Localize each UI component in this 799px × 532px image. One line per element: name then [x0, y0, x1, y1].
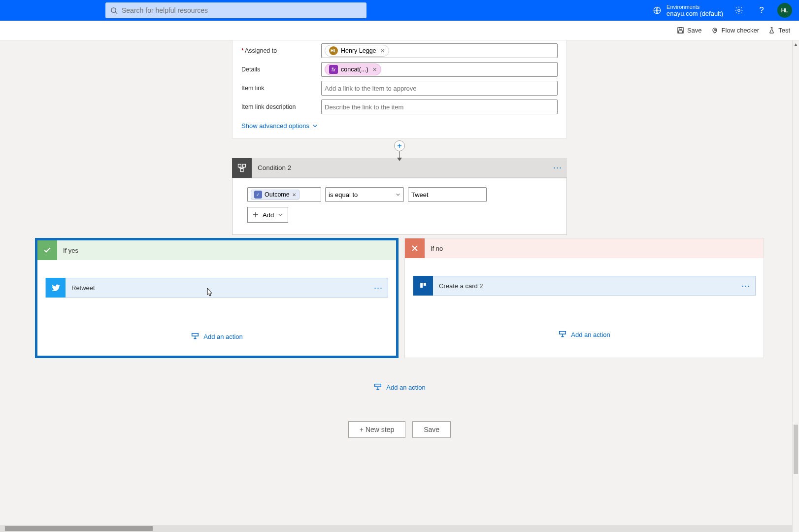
condition-icon	[232, 158, 252, 178]
fx-icon: fx	[329, 65, 338, 74]
user-token[interactable]: HL Henry Legge ✕	[325, 45, 389, 57]
svg-rect-8	[238, 164, 241, 167]
add-action-no[interactable]: Add an action	[405, 330, 764, 339]
condition-field[interactable]: ✓ Outcome ✕	[247, 187, 321, 202]
environments-label: Environments	[666, 4, 723, 10]
approval-card: Assigned to HL Henry Legge ✕ Details fx …	[232, 40, 567, 138]
show-advanced-link[interactable]: Show advanced options	[241, 122, 318, 130]
item-link-input[interactable]	[325, 85, 554, 92]
item-link-desc-input[interactable]	[325, 103, 554, 111]
trello-action[interactable]: Create a card 2 ···	[413, 276, 756, 296]
condition-rule: ✓ Outcome ✕ is equal to Tweet	[247, 187, 552, 202]
chevron-down-icon	[396, 192, 400, 197]
item-link-label: Item link	[241, 85, 315, 92]
svg-point-0	[111, 7, 116, 12]
svg-line-1	[115, 12, 117, 14]
question-icon: ?	[759, 5, 764, 15]
add-action-icon	[558, 330, 567, 339]
svg-rect-9	[243, 164, 246, 167]
assigned-to-field[interactable]: HL Henry Legge ✕	[321, 43, 558, 58]
add-row-label: Add	[263, 211, 274, 219]
add-action-bottom[interactable]: Add an action	[0, 383, 799, 392]
svg-point-7	[714, 29, 715, 31]
trello-action-title: Create a card 2	[439, 282, 483, 290]
condition-value-text: Tweet	[411, 191, 429, 199]
item-link-desc-label: Item link description	[241, 103, 315, 110]
add-action-yes-label: Add an action	[203, 333, 243, 340]
environment-icon	[653, 6, 662, 15]
test-label: Test	[778, 27, 790, 34]
add-action-icon	[191, 332, 200, 341]
flow-checker-label: Flow checker	[722, 27, 760, 34]
plus-icon	[397, 143, 402, 148]
new-step-button[interactable]: + New step	[348, 421, 405, 438]
arrow-down-icon	[397, 158, 402, 161]
if-no-title: If no	[431, 245, 443, 252]
flow-checker-button[interactable]: Flow checker	[711, 27, 760, 34]
save-label: Save	[687, 27, 702, 34]
action-menu-button[interactable]: ···	[741, 281, 750, 291]
svg-rect-14	[424, 283, 426, 286]
fx-token-text: concat(...)	[341, 66, 368, 73]
condition-header[interactable]: Condition 2 ···	[232, 158, 567, 178]
svg-point-3	[738, 9, 740, 12]
check-icon	[37, 240, 57, 260]
approval-icon: ✓	[254, 191, 262, 199]
add-step-button[interactable]	[394, 140, 405, 151]
condition-menu-button[interactable]: ···	[553, 163, 562, 173]
trello-icon	[413, 276, 433, 296]
flow-checker-icon	[711, 27, 719, 34]
top-bar: Environments enayu.com (default) ? HL	[0, 0, 799, 21]
horizontal-scrollbar[interactable]	[0, 525, 792, 532]
action-menu-button[interactable]: ···	[374, 283, 383, 293]
outcome-token[interactable]: ✓ Outcome ✕	[251, 190, 300, 200]
details-label: Details	[241, 66, 315, 73]
svg-rect-13	[420, 283, 423, 288]
svg-rect-10	[240, 168, 243, 171]
scroll-up-arrow[interactable]: ▲	[793, 40, 799, 48]
environment-picker[interactable]: Environments enayu.com (default)	[653, 4, 723, 17]
retweet-action[interactable]: Retweet ···	[45, 278, 388, 298]
condition-value[interactable]: Tweet	[408, 187, 487, 202]
item-link-desc-field[interactable]	[321, 100, 558, 114]
plus-icon	[253, 212, 259, 218]
save-flow-button[interactable]: Save	[412, 421, 451, 438]
condition-operator[interactable]: is equal to	[325, 187, 404, 202]
remove-user-icon[interactable]: ✕	[380, 48, 385, 54]
search-input[interactable]	[122, 6, 362, 14]
svg-rect-16	[375, 384, 381, 387]
save-button[interactable]: Save	[677, 27, 702, 34]
if-yes-header[interactable]: If yes	[37, 240, 396, 260]
twitter-icon	[46, 278, 66, 298]
scroll-thumb[interactable]	[794, 425, 798, 474]
help-button[interactable]: ?	[755, 3, 768, 17]
assigned-to-label: Assigned to	[241, 47, 315, 54]
test-button[interactable]: Test	[768, 27, 790, 34]
scroll-thumb[interactable]	[5, 526, 153, 531]
add-action-no-label: Add an action	[571, 331, 610, 338]
remove-outcome-icon[interactable]: ✕	[292, 192, 296, 198]
vertical-scrollbar[interactable]: ▲	[792, 40, 799, 532]
add-action-bottom-label: Add an action	[386, 384, 426, 391]
user-avatar-small: HL	[329, 46, 338, 55]
settings-button[interactable]	[732, 3, 746, 17]
condition-title: Condition 2	[258, 164, 291, 171]
if-no-header[interactable]: If no	[405, 238, 764, 258]
user-avatar[interactable]: HL	[777, 3, 792, 18]
svg-rect-6	[679, 31, 683, 33]
search-box[interactable]	[105, 2, 366, 18]
remove-fx-icon[interactable]: ✕	[372, 66, 377, 73]
svg-rect-15	[560, 332, 566, 334]
if-yes-branch: If yes Retweet ··· Add an action	[35, 238, 399, 358]
add-action-yes[interactable]: Add an action	[37, 332, 396, 341]
close-icon	[405, 238, 425, 258]
add-row-button[interactable]: Add	[247, 207, 288, 223]
item-link-field[interactable]	[321, 81, 558, 96]
details-field[interactable]: fx concat(...) ✕	[321, 62, 558, 77]
environment-name: enayu.com (default)	[666, 10, 723, 17]
retweet-action-title: Retweet	[71, 284, 95, 292]
fx-token[interactable]: fx concat(...) ✕	[325, 64, 381, 75]
chevron-down-icon	[312, 123, 318, 129]
save-icon	[677, 27, 684, 34]
svg-rect-5	[679, 28, 682, 30]
